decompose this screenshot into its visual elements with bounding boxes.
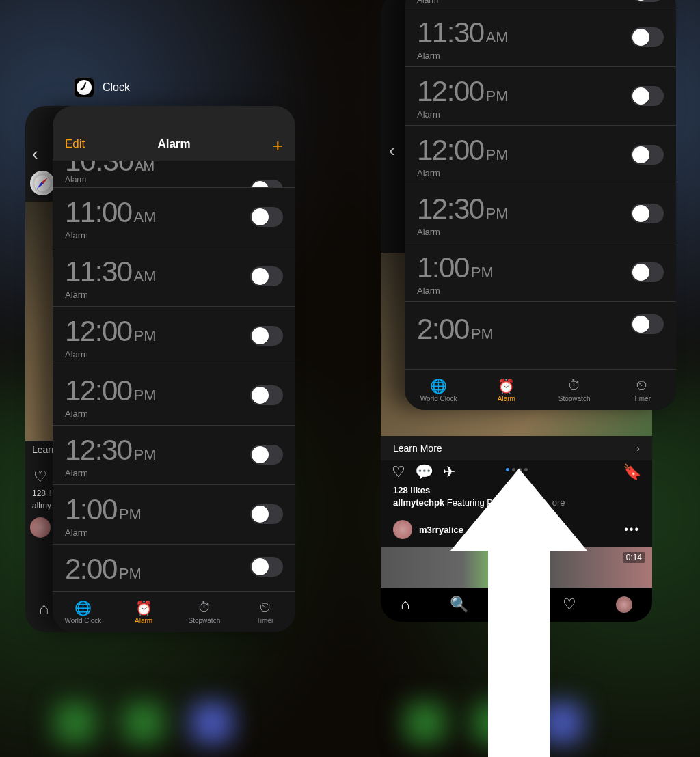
tab-timer[interactable]: ⏲Timer — [234, 592, 295, 632]
alarm-toggle[interactable] — [250, 326, 283, 346]
edit-button[interactable]: Edit — [65, 137, 85, 151]
globe-icon: 🌐 — [430, 378, 447, 393]
alarm-row[interactable]: 12:00PM Alarm — [53, 307, 295, 366]
alarm-row[interactable]: 11:30AM Alarm — [53, 247, 295, 307]
alarm-toggle[interactable] — [250, 557, 283, 577]
alarm-toggle[interactable] — [250, 385, 283, 405]
add-alarm-button[interactable]: + — [273, 140, 283, 151]
alarm-title: Alarm — [53, 137, 295, 151]
heart-icon: ♡ — [33, 468, 47, 486]
timer-icon: ⏲ — [635, 378, 649, 393]
app-switcher-stack-left[interactable]: ‹ Learn ♡ 128 li allmy ⌂ Edit Alarm + 10… — [25, 106, 295, 632]
heart-icon[interactable]: ♡ — [392, 463, 405, 481]
home-icon[interactable]: ⌂ — [401, 596, 409, 614]
tab-timer[interactable]: ⏲Timer — [608, 370, 676, 410]
back-chevron-icon: ‹ — [389, 140, 395, 161]
search-icon[interactable]: 🔍 — [450, 596, 468, 614]
alarm-row[interactable]: 11:30AM Alarm — [405, 8, 676, 67]
bookmark-icon[interactable]: 🔖 — [623, 463, 641, 481]
video-duration: 0:14 — [623, 552, 645, 563]
alarm-icon: ⏰ — [135, 600, 152, 615]
likes-peek: 128 li — [32, 488, 52, 498]
comment-icon[interactable]: 💬 — [415, 463, 433, 481]
alarm-toggle[interactable] — [250, 207, 283, 227]
clock-tab-bar: 🌐World Clock ⏰Alarm ⏱Stopwatch ⏲Timer — [405, 369, 676, 410]
alarm-toggle[interactable] — [631, 204, 664, 223]
globe-icon: 🌐 — [75, 600, 92, 615]
alarm-toggle[interactable] — [631, 0, 664, 2]
learn-more-row[interactable]: Learn More › — [381, 436, 652, 460]
post-image-peek — [25, 202, 55, 441]
alarm-row[interactable]: 12:30PM Alarm — [53, 426, 295, 485]
tab-world-clock[interactable]: 🌐World Clock — [405, 370, 472, 410]
timer-icon: ⏲ — [258, 600, 272, 615]
post-user-row[interactable]: m3rryalice • F ••• — [381, 516, 652, 543]
alarm-row[interactable]: 12:00PM Alarm — [53, 366, 295, 426]
post-caption: allmytechpk Featuring Phone ore — [393, 497, 565, 508]
alarm-toggle[interactable] — [250, 180, 283, 188]
app-switcher-label: Clock — [74, 77, 130, 98]
alarm-row[interactable]: 12:30PM Alarm — [405, 184, 676, 243]
add-post-icon[interactable]: + — [508, 597, 523, 612]
alarm-toggle[interactable] — [631, 27, 664, 47]
alarm-row[interactable]: 2:00PM — [53, 545, 295, 579]
alarm-row-partial[interactable]: 10:30AM Alarm — [53, 161, 295, 188]
tab-stopwatch[interactable]: ⏱Stopwatch — [174, 592, 235, 632]
tab-alarm[interactable]: ⏰Alarm — [113, 592, 174, 632]
clock-tab-bar: 🌐World Clock ⏰Alarm ⏱Stopwatch ⏲Timer — [53, 591, 295, 632]
alarm-icon: ⏰ — [498, 378, 515, 393]
back-chevron-icon: ‹ — [32, 143, 38, 165]
alarm-row[interactable]: 11:00AM Alarm — [53, 188, 295, 247]
alarm-row-partial-top[interactable]: Alarm — [405, 0, 676, 8]
alarm-toggle[interactable] — [631, 262, 664, 282]
alarm-toggle[interactable] — [250, 445, 283, 465]
alarm-list[interactable]: 11:00AM Alarm 11:30AM Alarm 12:00PM Alar… — [53, 188, 295, 579]
app-switcher-stack-right[interactable]: ‹ Learn More › ♡ 💬 ✈ 🔖 128 likes allmyte… — [381, 0, 652, 622]
alarm-toggle[interactable] — [250, 504, 283, 524]
tab-stopwatch[interactable]: ⏱Stopwatch — [541, 370, 608, 410]
alarm-row[interactable]: 12:00PM Alarm — [405, 67, 676, 126]
user-avatar — [393, 520, 412, 539]
app-title: Clock — [103, 81, 130, 94]
post-actions: ♡ 💬 ✈ 🔖 — [381, 463, 652, 481]
tab-world-clock[interactable]: 🌐World Clock — [53, 592, 113, 632]
caption-peek: allmy — [32, 501, 51, 510]
alarm-header: Edit Alarm + — [53, 106, 295, 161]
switcher-card-front-clock-left[interactable]: Edit Alarm + 10:30AM Alarm 11:00AM Alarm — [53, 106, 295, 632]
reel-thumbnail[interactable]: 0:14 — [381, 547, 652, 588]
stopwatch-icon: ⏱ — [198, 600, 211, 615]
profile-avatar-icon[interactable] — [616, 596, 632, 613]
safari-icon — [30, 171, 55, 195]
stopwatch-icon: ⏱ — [567, 378, 581, 393]
switcher-card-front-clock-right[interactable]: Alarm 11:30AM Alarm 12:00PM Alarm 12:00P… — [405, 0, 676, 410]
alarm-row[interactable]: 12:00PM Alarm — [405, 126, 676, 184]
alarm-toggle[interactable] — [631, 145, 664, 165]
carousel-dots — [381, 468, 652, 471]
alarm-sub: Alarm — [65, 175, 86, 184]
alarm-row[interactable]: 1:00PM Alarm — [405, 243, 676, 302]
home-icon: ⌂ — [39, 599, 49, 618]
alarm-toggle[interactable] — [250, 266, 283, 286]
more-icon[interactable]: ••• — [624, 523, 640, 536]
heart-icon[interactable]: ♡ — [563, 596, 576, 614]
alarm-row[interactable]: 1:00PM Alarm — [53, 485, 295, 545]
tab-alarm[interactable]: ⏰Alarm — [472, 370, 540, 410]
alarm-toggle[interactable] — [631, 86, 664, 106]
alarm-row[interactable]: 2:00PM — [405, 302, 676, 340]
instagram-nav: ⌂ 🔍 + ♡ — [381, 588, 652, 622]
chevron-right-icon: › — [636, 443, 640, 454]
likes-count[interactable]: 128 likes — [393, 485, 430, 495]
avatar-peek — [30, 517, 51, 538]
share-icon[interactable]: ✈ — [443, 463, 455, 481]
alarm-toggle[interactable] — [631, 314, 664, 334]
clock-app-icon — [74, 77, 94, 98]
